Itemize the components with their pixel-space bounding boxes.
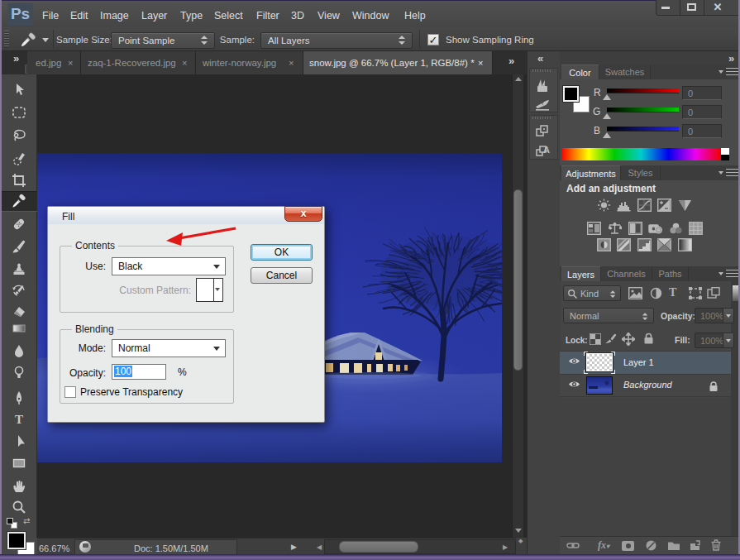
svg-text:T: T (15, 413, 23, 426)
svg-text:A: A (543, 145, 550, 155)
